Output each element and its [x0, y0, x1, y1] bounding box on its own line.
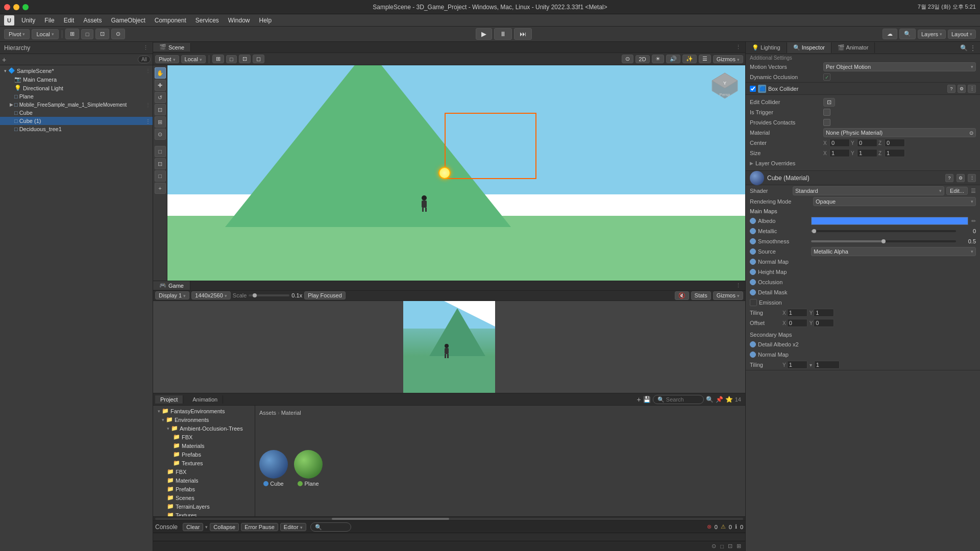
project-search[interactable] [653, 395, 704, 404]
shader-edit-btn[interactable]: Edit... [946, 187, 968, 195]
hierarchy-item-cube1[interactable]: □ Cube (1) ⋮ [0, 117, 153, 125]
tree-item-fantasy[interactable]: ▾ 📁 FantasyEnvironments [153, 407, 255, 415]
is-trigger-checkbox[interactable] [823, 109, 830, 116]
inspector-tab[interactable]: 🔍 Inspector [787, 42, 831, 53]
snap3-btn[interactable]: ◻ [253, 55, 264, 63]
gizmos-btn[interactable]: Gizmos ▾ [713, 55, 743, 63]
clear-btn[interactable]: Clear [183, 523, 203, 531]
smoothness-slider-track[interactable] [811, 240, 956, 242]
metallic-slider-thumb[interactable] [812, 229, 816, 233]
minimize-button[interactable] [13, 4, 19, 10]
animator-tab[interactable]: 🎬 Animator [831, 42, 875, 53]
toolbar-icon1[interactable]: ⊞ [65, 29, 79, 39]
error-pause-btn[interactable]: Error Pause [241, 523, 278, 531]
grid-btn[interactable]: ⊞ [212, 55, 224, 63]
toolbar-icon2[interactable]: □ [81, 29, 94, 39]
lighting-tab[interactable]: 💡 Lighting [746, 42, 787, 53]
bottom-icon4[interactable]: ⊞ [737, 543, 741, 549]
layout-dropdown[interactable]: Layout ▾ [948, 30, 976, 39]
material-menu[interactable]: ⋮ [968, 174, 976, 182]
size-z[interactable]: 1 [885, 149, 905, 157]
hierarchy-item-cube[interactable]: □ Cube [0, 109, 153, 117]
play-focused-btn[interactable]: Play Focused [304, 291, 346, 299]
mute-btn[interactable]: 🔇 [675, 291, 689, 300]
tree-item-scenes[interactable]: 📁 Scenes [153, 493, 255, 502]
offset-y-val[interactable]: 0 [814, 319, 834, 327]
snap-btn[interactable]: □ [226, 55, 237, 63]
size-y[interactable]: 1 [857, 149, 877, 157]
source-dropdown[interactable]: Metallic Alpha ▾ [811, 247, 976, 256]
stats-btn[interactable]: Stats [691, 291, 711, 300]
project-icon3[interactable]: ⭐ [725, 396, 733, 403]
custom-tool3[interactable]: □ [155, 170, 166, 182]
scene-options[interactable]: ⋮ [145, 68, 151, 73]
gimbal-btn[interactable]: ⊙ [622, 55, 633, 63]
shader-list-btn[interactable]: ☰ [971, 188, 976, 194]
material-help[interactable]: ? [945, 174, 953, 182]
project-save-btn[interactable]: 💾 [643, 396, 651, 403]
pause-button[interactable]: ⏸ [494, 28, 512, 40]
tree-item-fbx1[interactable]: 📁 FBX [153, 433, 255, 441]
maximize-button[interactable] [22, 4, 29, 10]
pivot-btn[interactable]: Pivot ▾ [4, 29, 30, 39]
custom-tool4[interactable]: + [155, 183, 166, 194]
custom-tool[interactable]: □ [155, 146, 166, 157]
animation-tab[interactable]: Animation [187, 395, 223, 404]
scene-viewport[interactable]: Y Persp [167, 65, 745, 281]
tree-item-prefabs2[interactable]: 📁 Prefabs [153, 485, 255, 493]
size-x[interactable]: 1 [829, 149, 850, 157]
play-button[interactable]: ▶ [476, 28, 492, 40]
scale-tool[interactable]: ⊡ [155, 104, 166, 115]
dynamic-occlusion-checkbox[interactable]: ✓ [823, 73, 830, 81]
motion-vectors-dropdown[interactable]: Per Object Motion ▾ [823, 62, 976, 71]
step-button[interactable]: ⏭ [514, 28, 532, 40]
inspector-lock-btn[interactable]: 🔍 [960, 44, 968, 52]
game-scale-thumb[interactable] [253, 293, 257, 297]
fx-btn[interactable]: ✨ [682, 55, 697, 63]
bottom-icon1[interactable]: ⊙ [712, 543, 716, 549]
collapse-btn[interactable]: Collapse [210, 523, 239, 531]
toolbar-icon3[interactable]: ⊡ [95, 29, 109, 39]
local-scene-btn[interactable]: Local ▾ [181, 55, 206, 63]
search-btn[interactable]: 🔍 [899, 29, 916, 39]
hierarchy-add-btn[interactable]: + [2, 56, 6, 64]
cube1-options[interactable]: ⋮ [145, 118, 151, 124]
bottom-icon2[interactable]: □ [720, 543, 724, 549]
audio-btn[interactable]: 🔊 [666, 55, 680, 63]
hierarchy-options[interactable]: ⋮ [143, 44, 149, 51]
cloud-btn[interactable]: ☁ [883, 29, 897, 39]
game-tab[interactable]: 🎮 Game [153, 281, 190, 290]
hierarchy-item-maincamera[interactable]: 📷 Main Camera [0, 75, 153, 84]
close-button[interactable] [4, 4, 10, 10]
tree-item-materials1[interactable]: 📁 Materials [153, 441, 255, 450]
menu-assets[interactable]: Assets [79, 16, 106, 25]
snap2-btn[interactable]: ⊡ [239, 55, 251, 63]
scene-tab[interactable]: 🎬 Scene [153, 43, 191, 52]
custom-tool2[interactable]: ⊡ [155, 158, 166, 169]
secondary-tiling-x-val[interactable]: 1 [787, 361, 807, 369]
rendering-mode-dropdown[interactable]: Opaque ▾ [813, 197, 976, 206]
tree-item-aoc-trees[interactable]: ▾ 📁 Ambient-Occlusion-Trees [153, 424, 255, 433]
move-tool[interactable]: ✚ [155, 80, 166, 91]
center-x[interactable]: 0 [829, 139, 850, 147]
menu-window[interactable]: Window [224, 16, 254, 25]
menu-unity[interactable]: Unity [17, 16, 39, 25]
center-y[interactable]: 0 [857, 139, 877, 147]
pivot-scene-btn[interactable]: Pivot ▾ [155, 55, 179, 63]
game-options-btn[interactable]: ⋮ [736, 282, 745, 289]
layers-dropdown[interactable]: Layers ▾ [918, 30, 946, 39]
project-scrollbar[interactable] [153, 516, 745, 520]
tree-item-terrainlayers[interactable]: 📁 TerrainLayers [153, 502, 255, 511]
inspector-options-btn[interactable]: ⋮ [970, 44, 976, 52]
hierarchy-all-btn[interactable]: All [138, 56, 151, 63]
collider-material-dropdown[interactable]: None (Physic Material) ⊙ [823, 128, 976, 137]
game-display-btn[interactable]: Display 1 ▾ [155, 291, 189, 299]
box-collider-menu[interactable]: ⋮ [968, 85, 976, 93]
2d-btn[interactable]: 2D [635, 55, 650, 63]
clear-arrow[interactable]: ▾ [205, 524, 208, 530]
rect-tool[interactable]: ⊞ [155, 116, 166, 128]
metallic-slider-track[interactable] [811, 230, 956, 232]
offset-x-val[interactable]: 0 [787, 319, 807, 327]
menu-services[interactable]: Services [191, 16, 223, 25]
shader-dropdown[interactable]: Standard ▾ [793, 186, 944, 195]
